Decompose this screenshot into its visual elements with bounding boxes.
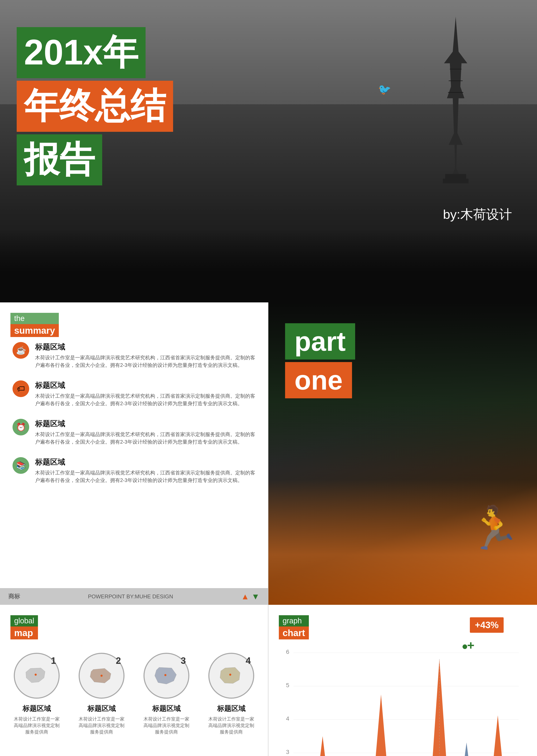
footer-arrows: ▲ ▼ bbox=[241, 592, 260, 601]
summary-items: ☕ 标题区域 木荷设计工作室是一家高端品牌演示视觉艺术研究机构，江西省首家演示定… bbox=[13, 342, 256, 495]
summary-item-4: 📚 标题区域 木荷设计工作室是一家高端品牌演示视觉艺术研究机构，江西省首家演示定… bbox=[13, 457, 256, 484]
item-title-2: 标题区域 bbox=[35, 380, 256, 391]
crowd-silhouette bbox=[0, 230, 537, 302]
svg-rect-1 bbox=[445, 174, 466, 179]
item-icon-2: 🏷 bbox=[13, 380, 29, 397]
map-circles-container: 1 标题区域 木荷设计工作室是一家高端品牌演示视觉定制服务提供商 2 bbox=[4, 653, 264, 735]
map-shape-4 bbox=[219, 666, 244, 685]
map-tag: global map bbox=[11, 615, 38, 639]
item-title-1: 标题区域 bbox=[35, 342, 256, 352]
summary-item-3: ⏰ 标题区域 木荷设计工作室是一家高端品牌演示视觉艺术研究机构，江西省首家演示定… bbox=[13, 419, 256, 446]
map-circle-frame-4: 4 bbox=[208, 653, 254, 699]
arrow-down-icon[interactable]: ▼ bbox=[251, 592, 260, 601]
cover-title-block: 201x年 年终总结 报告 bbox=[17, 27, 173, 186]
bar-chart: 6 5 4 3 2 1 0 bbox=[281, 642, 523, 756]
tag-summary: summary bbox=[11, 324, 59, 337]
item-content-2: 标题区域 木荷设计工作室是一家高端品牌演示视觉艺术研究机构，江西省首家演示定制服… bbox=[35, 380, 256, 407]
tag-chart: chart bbox=[279, 626, 309, 639]
map-shape-2 bbox=[89, 666, 114, 685]
svg-point-8 bbox=[164, 674, 166, 676]
svg-point-9 bbox=[229, 674, 231, 676]
bird-icon: 🐦 bbox=[378, 83, 391, 96]
footer-text: POWERPOINT BY:MUHE DESIGN bbox=[88, 593, 173, 600]
chart-tag: graph chart bbox=[279, 615, 309, 639]
circle-num-4: 4 bbox=[246, 655, 251, 666]
svg-marker-26 bbox=[368, 694, 393, 756]
one-text: one bbox=[285, 362, 352, 398]
cover-year: 201x年 bbox=[17, 27, 145, 78]
svg-point-7 bbox=[101, 675, 103, 677]
summary-item-2: 🏷 标题区域 木荷设计工作室是一家高端品牌演示视觉艺术研究机构，江西省首家演示定… bbox=[13, 380, 256, 407]
item-desc-1: 木荷设计工作室是一家高端品牌演示视觉艺术研究机构，江西省首家演示定制服务提供商。… bbox=[35, 354, 256, 369]
item-title-3: 标题区域 bbox=[35, 419, 256, 429]
tag-graph: graph bbox=[279, 615, 309, 626]
map-item-desc-1: 木荷设计工作室是一家高端品牌演示视觉定制服务提供商 bbox=[12, 716, 62, 735]
item-icon-1: ☕ bbox=[13, 342, 29, 359]
map-shape-1 bbox=[24, 666, 49, 685]
svg-text:3: 3 bbox=[286, 749, 289, 755]
summary-tag: the summary bbox=[11, 313, 59, 337]
map-circle-2: 2 标题区域 木荷设计工作室是一家高端品牌演示视觉定制服务提供商 bbox=[76, 653, 127, 735]
eiffel-tower-icon bbox=[427, 17, 485, 215]
map-item-title-1: 标题区域 bbox=[22, 704, 51, 713]
map-circle-frame-3: 3 bbox=[144, 653, 189, 699]
tag-global: global bbox=[11, 615, 38, 626]
percent-badge: +43% bbox=[470, 617, 504, 633]
svg-text:5: 5 bbox=[286, 682, 289, 689]
footer-logo: 商标 bbox=[8, 593, 20, 601]
partone-label: part one bbox=[285, 323, 355, 398]
row-2: the summary ☕ 标题区域 木荷设计工作室是一家高端品牌演示视觉艺术研… bbox=[0, 302, 537, 605]
map-item-title-3: 标题区域 bbox=[152, 704, 181, 713]
map-item-desc-4: 木荷设计工作室是一家高端品牌演示视觉定制服务提供商 bbox=[206, 716, 256, 735]
part-text: part bbox=[285, 323, 355, 359]
map-item-title-2: 标题区域 bbox=[87, 704, 116, 713]
circle-num-1: 1 bbox=[51, 655, 56, 666]
item-content-4: 标题区域 木荷设计工作室是一家高端品牌演示视觉艺术研究机构，江西省首家演示定制服… bbox=[35, 457, 256, 484]
map-item-title-4: 标题区域 bbox=[217, 704, 245, 713]
cover-slide: 🐦 201x年 年终总结 报告 by:木荷设计 bbox=[0, 0, 537, 302]
running-figures: 🏃 bbox=[468, 504, 520, 553]
map-circle-3: 3 标题区域 木荷设计工作室是一家高端品牌演示视觉定制服务提供商 bbox=[142, 653, 191, 735]
summary-footer: 商标 POWERPOINT BY:MUHE DESIGN ▲ ▼ bbox=[0, 588, 268, 605]
cover-line2: 年终总结 bbox=[17, 81, 173, 132]
item-desc-4: 木荷设计工作室是一家高端品牌演示视觉艺术研究机构，江西省首家演示定制服务提供商。… bbox=[35, 469, 256, 484]
tag-the: the bbox=[11, 313, 59, 324]
item-desc-2: 木荷设计工作室是一家高端品牌演示视觉艺术研究机构，江西省首家演示定制服务提供商。… bbox=[35, 392, 256, 407]
item-content-1: 标题区域 木荷设计工作室是一家高端品牌演示视觉艺术研究机构，江西省首家演示定制服… bbox=[35, 342, 256, 369]
svg-text:4: 4 bbox=[286, 715, 289, 722]
graphchart-slide: graph chart +43% + 6 5 4 3 2 1 0 bbox=[268, 605, 537, 756]
item-title-4: 标题区域 bbox=[35, 457, 256, 467]
tag-map: map bbox=[11, 626, 38, 639]
map-item-desc-3: 木荷设计工作室是一家高端品牌演示视觉定制服务提供商 bbox=[142, 716, 191, 735]
map-shape-3 bbox=[154, 666, 179, 685]
svg-rect-2 bbox=[443, 179, 469, 183]
item-icon-3: ⏰ bbox=[13, 419, 29, 436]
globalmap-slide: global map 1 标题区域 木荷设计工作室是一家高端品牌演示视觉定制服务… bbox=[0, 605, 268, 756]
map-circle-1: 1 标题区域 木荷设计工作室是一家高端品牌演示视觉定制服务提供商 bbox=[12, 653, 62, 735]
partone-slide: 🏃 part one bbox=[268, 302, 537, 605]
cover-line3: 报告 bbox=[17, 134, 102, 186]
map-circle-frame-1: 1 bbox=[14, 653, 60, 699]
svg-marker-30 bbox=[485, 715, 510, 756]
summary-item-1: ☕ 标题区域 木荷设计工作室是一家高端品牌演示视觉艺术研究机构，江西省首家演示定… bbox=[13, 342, 256, 369]
svg-text:6: 6 bbox=[286, 649, 289, 655]
item-icon-4: 📚 bbox=[13, 457, 29, 474]
map-circle-frame-2: 2 bbox=[79, 653, 125, 699]
svg-marker-24 bbox=[310, 736, 335, 756]
item-desc-3: 木荷设计工作室是一家高端品牌演示视觉艺术研究机构，江西省首家演示定制服务提供商。… bbox=[35, 431, 256, 446]
map-item-desc-2: 木荷设计工作室是一家高端品牌演示视觉定制服务提供商 bbox=[76, 716, 127, 735]
cover-byline: by:木荷设计 bbox=[443, 206, 512, 223]
svg-marker-29 bbox=[454, 742, 479, 756]
circle-num-3: 3 bbox=[181, 655, 186, 666]
circle-num-2: 2 bbox=[116, 655, 121, 666]
arrow-up-icon[interactable]: ▲ bbox=[241, 592, 249, 601]
svg-marker-0 bbox=[444, 17, 467, 180]
item-content-3: 标题区域 木荷设计工作室是一家高端品牌演示视觉艺术研究机构，江西省首家演示定制服… bbox=[35, 419, 256, 446]
summary-slide: the summary ☕ 标题区域 木荷设计工作室是一家高端品牌演示视觉艺术研… bbox=[0, 302, 268, 605]
row-3: global map 1 标题区域 木荷设计工作室是一家高端品牌演示视觉定制服务… bbox=[0, 605, 537, 756]
svg-point-6 bbox=[35, 674, 37, 676]
map-circle-4: 4 标题区域 木荷设计工作室是一家高端品牌演示视觉定制服务提供商 bbox=[206, 653, 256, 735]
